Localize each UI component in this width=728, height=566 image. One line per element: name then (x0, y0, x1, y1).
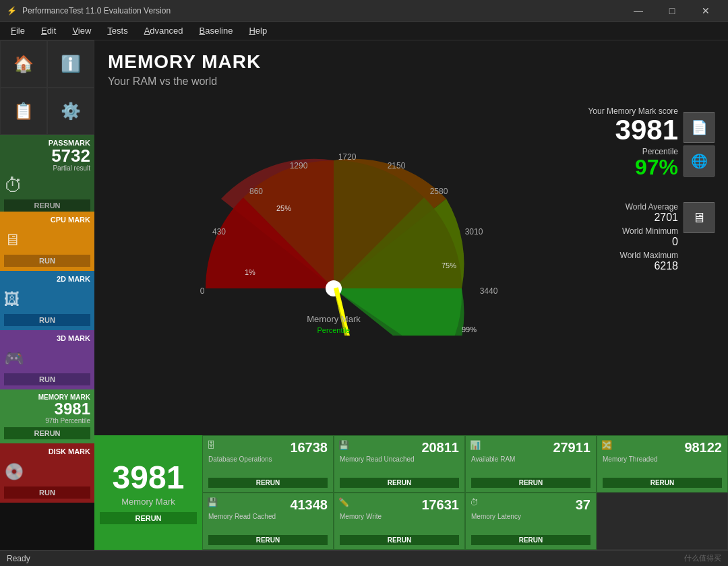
menu-file[interactable]: File (3, 23, 33, 38)
memory-mark-score: 3981 (580, 116, 678, 144)
main-layout: 🏠 ℹ️ 📋 ⚙️ PASSMARK 5732 Partial result ⏱… (0, 40, 728, 550)
nav-info-button[interactable]: ℹ️ (47, 40, 94, 88)
bottom-cards: 3981 Memory Mark RERUN 🗄 16738 Database … (94, 435, 728, 550)
memory-rerun-button[interactable]: RERUN (4, 427, 90, 439)
minimize-button[interactable]: — (623, 0, 654, 22)
score-panel: Your Memory Mark score 3981 Percentile 9… (573, 93, 721, 429)
mem-read-cached-score: 41348 (208, 497, 328, 513)
svg-text:2580: 2580 (430, 187, 448, 196)
memory-score: 3981 (4, 401, 90, 417)
page-title: MEMORY MARK (108, 51, 715, 73)
page-subtitle: Your RAM vs the world (108, 75, 715, 88)
mem-latency-rerun-button[interactable]: RERUN (471, 535, 590, 545)
menu-bar: File Edit View Tests Advanced Baseline H… (0, 22, 728, 40)
mem-read-cached-label: Memory Read Cached (208, 513, 328, 535)
big-card-rerun-button[interactable]: RERUN (100, 512, 197, 524)
db-ops-rerun-button[interactable]: RERUN (208, 478, 328, 488)
title-bar: ⚡ PerformanceTest 11.0 Evaluation Versio… (0, 0, 728, 22)
svg-text:3440: 3440 (480, 286, 498, 296)
svg-text:430: 430 (212, 227, 226, 237)
world-icon-button[interactable]: 🌐 (684, 146, 715, 177)
avail-ram-icon: 📊 (470, 440, 481, 450)
gauge-container: 0 430 860 1290 1720 2150 2580 3010 3440 … (94, 93, 573, 336)
mem-threaded-score: 98122 (603, 440, 722, 455)
card-mem-write: ✏️ 17631 Memory Write RERUN (334, 493, 465, 550)
menu-baseline[interactable]: Baseline (191, 23, 241, 38)
svg-text:1290: 1290 (290, 161, 308, 170)
card-avail-ram: 📊 27911 Available RAM RERUN (465, 435, 597, 493)
db-ops-label: Database Operations (208, 455, 328, 478)
menu-edit[interactable]: Edit (33, 23, 64, 38)
card-mem-read-uncached: 💾 20811 Memory Read Uncached RERUN (334, 435, 465, 493)
passmark-score: 5732 (4, 147, 90, 164)
sidebar-item-disk[interactable]: DISK MARK 💿 RUN (0, 443, 94, 503)
world-min-label: World Minimum (620, 226, 678, 236)
card-mem-threaded: 🔀 98122 Memory Threaded RERUN (597, 435, 728, 493)
mem-read-uncached-icon: 💾 (338, 440, 349, 450)
app-title: PerformanceTest 11.0 Evaluation Version (22, 6, 171, 15)
menu-tests[interactable]: Tests (99, 23, 135, 38)
passmark-sub: Partial result (4, 164, 90, 172)
world-stats: World Average 2701 World Minimum 0 World… (580, 197, 715, 272)
card-db-ops: 🗄 16738 Database Operations RERUN (202, 435, 334, 493)
mem-read-uncached-score: 20811 (340, 440, 459, 455)
mem-write-score: 17631 (340, 497, 459, 513)
mem-write-rerun-button[interactable]: RERUN (340, 535, 459, 545)
cpu-run-button[interactable]: RUN (4, 255, 90, 267)
hardware-icon-button[interactable]: 🖥 (684, 202, 715, 233)
svg-text:Percentile: Percentile (317, 326, 351, 334)
nav-settings-button[interactable]: ⚙️ (47, 88, 94, 135)
menu-advanced[interactable]: Advanced (136, 23, 191, 38)
maximize-button[interactable]: □ (657, 0, 688, 22)
menu-view[interactable]: View (64, 23, 99, 38)
card-mem-read-cached: 💾 41348 Memory Read Cached RERUN (202, 493, 334, 550)
card-big: 3981 Memory Mark RERUN (94, 435, 202, 550)
sidebar-item-3d[interactable]: 3D MARK 🎮 RUN (0, 330, 94, 389)
svg-text:1720: 1720 (338, 152, 357, 162)
window-controls: — □ ✕ (623, 0, 721, 22)
sidebar-item-cpu[interactable]: CPU MARK 🖥 RUN (0, 212, 94, 271)
nav-report-button[interactable]: 📋 (0, 88, 47, 135)
card-mem-latency: ⏱ 37 Memory Latency RERUN (465, 493, 597, 550)
mem-read-uncached-rerun-button[interactable]: RERUN (340, 478, 459, 488)
mem-read-cached-icon: 💾 (207, 497, 218, 507)
mem-write-icon: ✏️ (338, 497, 349, 507)
threed-label: 3D MARK (4, 334, 90, 342)
close-button[interactable]: ✕ (690, 0, 721, 22)
status-text: Ready (7, 554, 30, 563)
svg-text:99%: 99% (462, 325, 477, 334)
svg-text:2150: 2150 (388, 161, 406, 170)
threed-run-button[interactable]: RUN (4, 373, 90, 385)
nav-home-button[interactable]: 🏠 (0, 40, 47, 88)
nav-btn-group2: 📋 ⚙️ (0, 88, 94, 135)
svg-text:Memory Mark: Memory Mark (307, 314, 361, 324)
svg-text:3010: 3010 (465, 227, 483, 237)
sidebar: 🏠 ℹ️ 📋 ⚙️ PASSMARK 5732 Partial result ⏱… (0, 40, 94, 550)
app-icon: ⚡ (7, 6, 17, 15)
passmark-rerun-button[interactable]: RERUN (4, 199, 90, 212)
avail-ram-rerun-button[interactable]: RERUN (471, 478, 590, 488)
svg-text:75%: 75% (442, 261, 456, 270)
sidebar-item-memory[interactable]: MEMORY MARK 3981 97th Percentile RERUN (0, 389, 94, 443)
page-header: MEMORY MARK Your RAM vs the world (94, 40, 728, 93)
twod-run-button[interactable]: RUN (4, 314, 90, 326)
card-empty (597, 493, 728, 550)
mem-threaded-label: Memory Threaded (603, 455, 722, 478)
svg-text:860: 860 (249, 187, 263, 196)
sidebar-item-passmark[interactable]: PASSMARK 5732 Partial result ⏱ RERUN (0, 135, 94, 212)
menu-help[interactable]: Help (241, 23, 275, 38)
content-area: MEMORY MARK Your RAM vs the world (94, 40, 728, 550)
db-ops-icon: 🗄 (207, 440, 216, 450)
mem-read-cached-rerun-button[interactable]: RERUN (208, 535, 328, 545)
db-ops-score: 16738 (208, 440, 328, 455)
big-card-score: 3981 (113, 462, 185, 494)
status-logo: 什么值得买 (684, 553, 721, 563)
percentile-value: 97% (580, 156, 678, 178)
svg-text:1%: 1% (245, 268, 255, 276)
world-max-value: 6218 (620, 260, 678, 272)
report-icon-button[interactable]: 📄 (684, 112, 715, 143)
twod-label: 2D MARK (4, 275, 90, 283)
mem-threaded-rerun-button[interactable]: RERUN (603, 478, 722, 488)
disk-run-button[interactable]: RUN (4, 486, 90, 499)
sidebar-item-2d[interactable]: 2D MARK 🖼 RUN (0, 271, 94, 330)
